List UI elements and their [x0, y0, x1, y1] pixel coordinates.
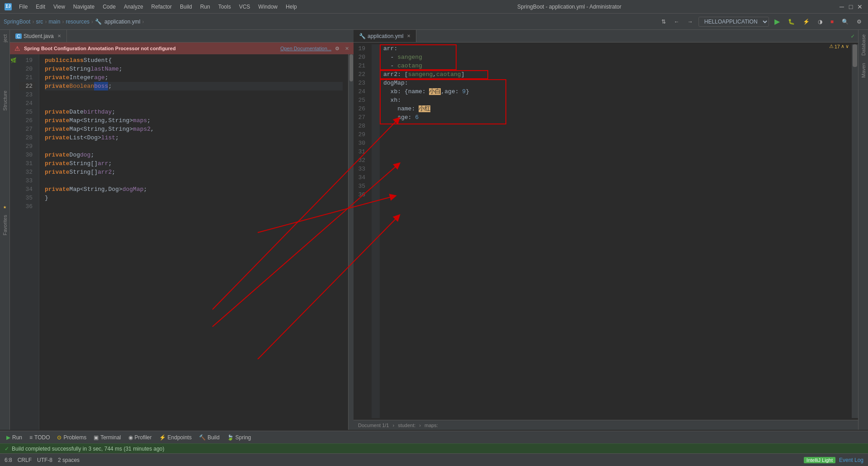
- code-line-19: public class Student {: [45, 56, 343, 65]
- toolbar-right: ⇅ ← → HELLOAPPLICATION ▶ 🐛 ⚡ ◑ ■ 🔍 ⚙: [659, 16, 864, 27]
- panel-tab-spring[interactable]: 🍃 Spring: [224, 433, 254, 442]
- java-scrollbar[interactable]: [348, 54, 354, 430]
- warning-up-icon: ∧: [841, 43, 844, 49]
- search-button[interactable]: 🔍: [839, 18, 851, 26]
- yaml-editor-pane: 🔧 application.yml ✕ ✓ ⚠ 17 ∧ ∨ 19: [354, 30, 858, 430]
- menu-build[interactable]: Build: [176, 3, 196, 11]
- run-button[interactable]: ▶: [772, 16, 783, 27]
- yaml-icon: 🔧: [95, 19, 102, 25]
- panel-tab-endpoints[interactable]: ⚡ Endpoints: [156, 433, 194, 442]
- gutter-icon-35: [10, 194, 17, 202]
- code-line-26: private Map<String,String> maps;: [45, 116, 343, 125]
- menu-refactor[interactable]: Refactor: [148, 3, 175, 11]
- tab-student-java-close[interactable]: ✕: [57, 33, 61, 38]
- menu-tools[interactable]: Tools: [215, 3, 235, 11]
- warning-doc-link[interactable]: Open Documentation...: [280, 46, 331, 51]
- line-num-30: 30: [19, 151, 35, 159]
- database-panel-label[interactable]: Database: [860, 32, 867, 58]
- java-editor-pane: C Student.java ✕ ⚠ Spring Boot Configura…: [10, 30, 354, 430]
- yaml-code-content[interactable]: arr: - sangeng - caotang arr2: [sangeng,…: [380, 44, 852, 418]
- tab-application-yml-close[interactable]: ✕: [407, 33, 410, 38]
- yaml-breadcrumb-sep2: ›: [419, 423, 421, 428]
- maven-panel-label[interactable]: Maven: [860, 60, 867, 81]
- yaml-line-33-content: [383, 165, 848, 173]
- event-log-label[interactable]: Event Log: [839, 457, 863, 463]
- profiler-panel-label: Profiler: [135, 434, 152, 441]
- warning-settings-icon[interactable]: ⚙: [335, 46, 340, 52]
- yaml-fold-22: [372, 70, 380, 79]
- panel-tab-run[interactable]: ▶ Run: [4, 433, 25, 442]
- menu-help[interactable]: Help: [282, 3, 301, 11]
- code-line-23: [45, 90, 343, 99]
- profiler-button[interactable]: ◑: [815, 18, 825, 26]
- yaml-line-num-28: 28: [354, 122, 368, 130]
- breadcrumb-src[interactable]: src: [36, 19, 43, 25]
- yaml-line-num-34: 34: [354, 173, 368, 182]
- settings-button[interactable]: ⚙: [854, 18, 864, 26]
- gutter-icon-25: [10, 108, 17, 116]
- gutter-icon-32: [10, 168, 17, 176]
- panel-tab-todo[interactable]: ≡ TODO: [27, 433, 52, 442]
- navigate-back[interactable]: ←: [671, 18, 682, 26]
- breadcrumb-resources[interactable]: resources: [66, 19, 90, 25]
- menu-bar: File Edit View Navigate Code Analyze Ref…: [15, 3, 301, 11]
- menu-navigate[interactable]: Navigate: [70, 3, 98, 11]
- yaml-breadcrumb-sep: ›: [392, 423, 394, 428]
- menu-analyze[interactable]: Analyze: [120, 3, 147, 11]
- code-line-25: private Date birthday;: [45, 108, 343, 116]
- menu-file[interactable]: File: [15, 3, 31, 11]
- yaml-line-22-content: arr2: [sangeng,caotang]: [383, 70, 848, 79]
- menu-view[interactable]: View: [50, 3, 69, 11]
- menu-code[interactable]: Code: [99, 3, 119, 11]
- run-config-selector[interactable]: HELLOAPPLICATION: [698, 17, 769, 27]
- yaml-scrollbar[interactable]: [852, 44, 858, 418]
- yaml-line-numbers: 19 20 21 22 23 24 25 26 27 28 29 30 31 3…: [354, 44, 372, 418]
- maximize-button[interactable]: □: [847, 3, 854, 10]
- breadcrumb-springboot[interactable]: SpringBoot: [4, 19, 30, 25]
- debug-button[interactable]: 🐛: [785, 18, 797, 26]
- menu-window[interactable]: Window: [255, 3, 281, 11]
- menu-run[interactable]: Run: [197, 3, 214, 11]
- bottom-panels-bar: ▶ Run ≡ TODO ⊙ Problems ▣ Terminal ◉ Pro…: [0, 431, 868, 443]
- java-code-content[interactable]: public class Student { private String la…: [39, 54, 348, 430]
- run-panel-label: Run: [12, 434, 22, 441]
- vcs-button[interactable]: ⇅: [659, 18, 669, 26]
- panel-tab-terminal[interactable]: ▣ Terminal: [91, 433, 123, 442]
- panel-tab-build[interactable]: 🔨 Build: [196, 433, 222, 442]
- title-bar-left: IJ File Edit View Navigate Code Analyze …: [5, 3, 301, 11]
- panel-tab-profiler[interactable]: ◉ Profiler: [126, 433, 155, 442]
- yaml-status-bar: Document 1/1 › student: › maps:: [354, 420, 858, 430]
- java-scrollbar-thumb[interactable]: [349, 54, 353, 81]
- toolbar: SpringBoot › src › main › resources › 🔧 …: [0, 14, 868, 30]
- close-button[interactable]: ✕: [856, 3, 863, 10]
- editor-tabs: C Student.java ✕: [10, 30, 354, 43]
- build-status-bar: ✓ Build completed successfully in 3 sec,…: [0, 443, 868, 453]
- status-encoding: UTF-8: [37, 457, 52, 463]
- tab-application-yml[interactable]: 🔧 application.yml ✕: [354, 30, 416, 42]
- yaml-fold-25: [372, 96, 380, 105]
- panel-tab-problems[interactable]: ⊙ Problems: [54, 433, 89, 442]
- line-num-33: 33: [19, 176, 35, 185]
- menu-vcs[interactable]: VCS: [236, 3, 254, 11]
- stop-button[interactable]: ■: [828, 18, 836, 26]
- line-num-32: 32: [19, 168, 35, 176]
- navigate-forward[interactable]: →: [685, 18, 696, 26]
- menu-edit[interactable]: Edit: [32, 3, 49, 11]
- coverage-button[interactable]: ⚡: [800, 18, 812, 26]
- yaml-line-35-content: [383, 182, 848, 190]
- minimize-button[interactable]: ─: [838, 3, 845, 10]
- code-line-29: [45, 142, 343, 151]
- breadcrumb-main[interactable]: main: [48, 19, 60, 25]
- terminal-panel-icon: ▣: [94, 434, 99, 441]
- breadcrumb-sep2: ›: [45, 19, 47, 25]
- yaml-scrollbar-thumb[interactable]: [853, 44, 857, 67]
- line-num-35: 35: [19, 194, 35, 202]
- structure-panel-label[interactable]: Structure: [1, 88, 9, 114]
- yaml-line-28-content: [383, 122, 848, 130]
- warning-close-icon[interactable]: ✕: [345, 46, 349, 52]
- tab-student-java[interactable]: C Student.java ✕: [10, 30, 67, 42]
- breadcrumb-sep4: ›: [91, 19, 93, 25]
- todo-panel-icon: ≡: [29, 434, 33, 441]
- favorites-panel-label[interactable]: Favorites: [1, 212, 9, 238]
- yaml-line-32-content: [383, 156, 848, 165]
